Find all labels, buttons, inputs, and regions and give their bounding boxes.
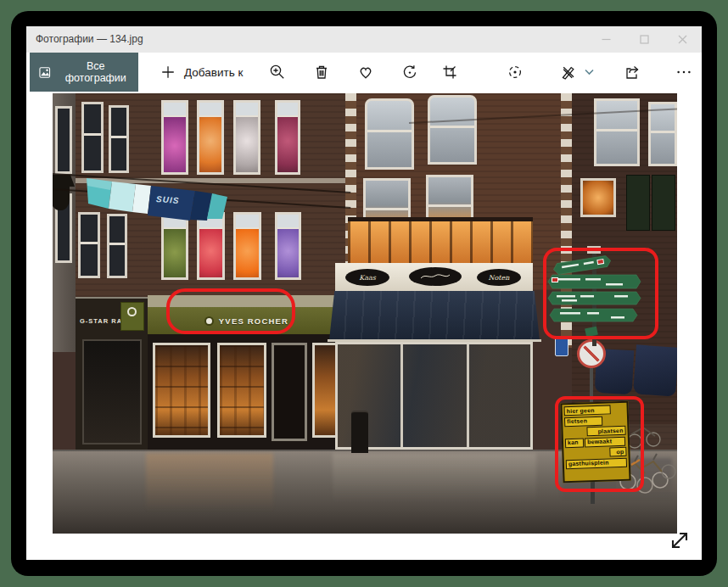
annotation-box-yves-rocher <box>166 288 295 334</box>
add-to-label: Добавить к <box>184 66 243 79</box>
flower-poster-window <box>161 100 188 175</box>
page-background: Фотографии — 134.jpg <box>0 0 728 587</box>
favorite-button[interactable] <box>349 53 383 92</box>
sash-window <box>365 98 414 170</box>
lit-window <box>580 178 616 217</box>
photo-image[interactable]: YVES ROCHER G-STAR RAW <box>53 93 677 534</box>
toolbar: Все фотографии Добавить к <box>26 53 702 92</box>
titlebar: Фотографии — 134.jpg <box>26 26 702 53</box>
shop-sign-logo-icon <box>127 307 137 316</box>
heart-icon <box>357 64 374 81</box>
sash-window <box>648 102 677 166</box>
sash-window <box>594 98 640 166</box>
window-frame: Фотографии — 134.jpg <box>11 11 717 576</box>
zoom-button[interactable] <box>260 53 294 92</box>
annotation-box-yellow-sign <box>555 396 644 492</box>
edit-create-icon <box>560 64 577 81</box>
window-shutter <box>652 175 675 231</box>
photo-library-icon <box>38 65 51 80</box>
window-controls <box>587 26 702 53</box>
minimize-icon <box>602 35 611 44</box>
yves-rocher-storefront <box>148 334 345 460</box>
more-icon <box>675 64 692 81</box>
wet-reflection <box>146 453 273 512</box>
expand-button[interactable] <box>666 528 693 555</box>
expand-diagonal-icon <box>667 528 692 553</box>
flower-poster-window <box>275 212 301 280</box>
shop-door <box>272 343 307 441</box>
awning <box>633 344 677 396</box>
flower-poster-window <box>275 100 300 175</box>
annotation-box-green-signs <box>543 248 658 339</box>
window <box>81 102 104 173</box>
flower-poster-window <box>197 100 224 175</box>
crop-icon <box>441 64 458 81</box>
photo-canvas: YVES ROCHER G-STAR RAW <box>26 92 702 560</box>
window <box>109 105 129 173</box>
chevron-down-icon <box>585 69 594 75</box>
flower-poster-window <box>233 100 260 175</box>
add-to-button[interactable]: Добавить к <box>150 53 253 92</box>
trash-bin <box>351 411 368 453</box>
left-gray-window <box>55 106 72 174</box>
rotate-button[interactable] <box>393 53 427 92</box>
trash-icon <box>313 64 330 81</box>
noten-sign: Noten <box>477 269 521 286</box>
hanging-shop-sign <box>120 302 144 331</box>
minimize-button[interactable] <box>587 26 625 53</box>
edit-create-dropdown[interactable] <box>578 53 600 92</box>
sash-window <box>428 95 477 165</box>
close-icon <box>678 35 687 44</box>
close-button[interactable] <box>664 26 702 53</box>
share-icon <box>624 64 641 81</box>
photos-app-window: Фотографии — 134.jpg <box>26 26 702 560</box>
lit-shop-window <box>153 343 210 438</box>
wet-reflection <box>333 453 536 504</box>
see-more-button[interactable] <box>667 53 701 92</box>
kaas-sign: Kaas <box>345 269 389 286</box>
spot-fix-button[interactable] <box>498 53 532 92</box>
shop-logo-sign <box>409 267 462 286</box>
crop-button[interactable] <box>433 53 467 92</box>
script-logo-icon <box>418 271 452 282</box>
awning <box>329 291 540 340</box>
g-star-window <box>82 339 142 444</box>
spot-fix-icon <box>507 64 524 81</box>
window-shutter <box>626 175 650 231</box>
zoom-in-icon <box>269 64 286 81</box>
lit-transom <box>348 221 533 265</box>
share-button[interactable] <box>615 53 649 92</box>
delete-button[interactable] <box>305 53 339 92</box>
plus-icon <box>160 64 176 80</box>
banner-text: SUIS <box>156 194 180 205</box>
lit-shop-window <box>217 343 266 438</box>
maximize-button[interactable] <box>625 26 664 53</box>
rotate-icon <box>401 64 418 81</box>
window-title: Фотографии — 134.jpg <box>36 26 143 53</box>
all-photos-button[interactable]: Все фотографии <box>30 53 138 92</box>
all-photos-label: Все фотографии <box>58 60 133 84</box>
maximize-icon <box>640 35 649 44</box>
